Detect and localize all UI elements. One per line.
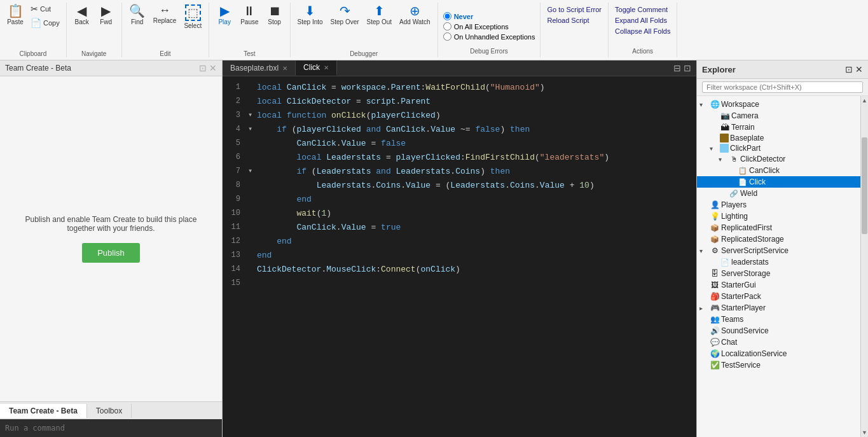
left-panel-close-button[interactable]: ✕ bbox=[209, 63, 217, 73]
starter-player-arrow: ▸ bbox=[699, 305, 708, 312]
unhandled-exceptions-radio[interactable]: On Unhandled Exceptions bbox=[443, 32, 535, 41]
find-icon: 🔍 bbox=[129, 4, 145, 17]
explorer-scrollbar[interactable]: ▲ ▼ bbox=[860, 96, 868, 437]
code-line-13: 13 end bbox=[223, 249, 696, 263]
stop-button[interactable]: ⏹ Stop bbox=[263, 3, 286, 27]
step-into-icon: ⬇ bbox=[305, 4, 315, 17]
starter-gui-icon: 🖼 bbox=[710, 280, 720, 290]
replace-button[interactable]: ↔ Replace bbox=[150, 3, 180, 26]
pause-button[interactable]: ⏸ Pause bbox=[237, 3, 261, 27]
toolbar-edit-group: 🔍 Find ↔ Replace ⬚ Select Edit bbox=[122, 3, 210, 57]
all-exceptions-radio[interactable]: On All Exceptions bbox=[443, 22, 535, 31]
toggle-comment-button[interactable]: Toggle Comment bbox=[614, 5, 672, 14]
toolbar: 📋 Paste ✂ Cut 📄 Copy Clipboard ◀ Back bbox=[0, 0, 868, 60]
tree-item-chat[interactable]: 💬 Chat bbox=[697, 336, 860, 348]
tree-item-lighting[interactable]: 💡 Lighting bbox=[697, 211, 860, 222]
tree-item-weld[interactable]: 🔗 Weld bbox=[697, 188, 860, 199]
cut-button[interactable]: ✂ Cut bbox=[28, 3, 62, 15]
sound-service-icon: 🔊 bbox=[710, 326, 720, 336]
code-line-5: 5 CanClick.Value = false bbox=[223, 137, 696, 151]
tree-item-clickpart[interactable]: ▾ ClickPart bbox=[697, 143, 860, 153]
code-line-15: 15 bbox=[223, 277, 696, 291]
toolbar-actions-group: Toggle Comment Expand All Folds Collapse… bbox=[609, 3, 677, 57]
tree-item-test-service[interactable]: ✅ TestService bbox=[697, 359, 860, 371]
collapse-all-folds-button[interactable]: Collapse All Folds bbox=[614, 27, 672, 36]
code-line-9: 9 end bbox=[223, 193, 696, 207]
scroll-up-button[interactable]: ▲ bbox=[860, 96, 868, 105]
code-line-10: 10 wait(1) bbox=[223, 207, 696, 221]
tree-item-starter-player[interactable]: ▸ 🎮 StarterPlayer bbox=[697, 302, 860, 314]
editor-split-button[interactable]: ⊟ bbox=[673, 63, 681, 73]
tab-baseplate[interactable]: Baseplate.rbxl ✕ bbox=[223, 61, 296, 75]
tree-item-localization-service[interactable]: 🌍 LocalizationService bbox=[697, 348, 860, 359]
terrain-icon: 🏔 bbox=[720, 122, 730, 132]
editor-area: Baseplate.rbxl ✕ Click ✕ ⊟ ⊡ 1 local Can… bbox=[223, 60, 696, 437]
tree-item-server-storage[interactable]: 🗄 ServerStorage bbox=[697, 268, 860, 279]
tree-item-click[interactable]: 📄 Click bbox=[697, 176, 860, 188]
tree-item-starter-gui[interactable]: 🖼 StarterGui bbox=[697, 279, 860, 291]
play-icon: ▶ bbox=[220, 4, 230, 17]
code-line-11: 11 CanClick.Value = true bbox=[223, 221, 696, 235]
chat-icon: 💬 bbox=[710, 337, 720, 347]
clickpart-arrow: ▾ bbox=[710, 145, 719, 152]
command-input[interactable] bbox=[5, 424, 217, 433]
tree-item-leaderstats[interactable]: 📄 leaderstats bbox=[697, 256, 860, 268]
never-radio[interactable]: Never bbox=[443, 12, 535, 20]
tree-item-terrain[interactable]: 🏔 Terrain bbox=[697, 121, 860, 133]
explorer-search-input[interactable] bbox=[702, 81, 863, 93]
scroll-thumb[interactable] bbox=[862, 137, 867, 234]
step-into-button[interactable]: ⬇ Step Into bbox=[294, 3, 326, 27]
tree-item-canclick[interactable]: 📋 CanClick bbox=[697, 165, 860, 176]
tab-click[interactable]: Click ✕ bbox=[296, 60, 337, 76]
tree-item-replicated-first[interactable]: 📦 ReplicatedFirst bbox=[697, 222, 860, 233]
editor-float-button[interactable]: ⊡ bbox=[684, 63, 691, 73]
replace-icon: ↔ bbox=[159, 4, 170, 16]
left-panel-maximize-button[interactable]: ⊡ bbox=[199, 63, 207, 73]
explorer-maximize-button[interactable]: ⊡ bbox=[845, 64, 853, 74]
workspace-arrow: ▾ bbox=[699, 101, 708, 108]
find-button[interactable]: 🔍 Find bbox=[126, 3, 149, 27]
test-service-label: TestService bbox=[721, 361, 858, 370]
lighting-label: Lighting bbox=[721, 212, 858, 221]
expand-all-folds-button[interactable]: Expand All Folds bbox=[614, 16, 672, 25]
tree-item-sound-service[interactable]: 🔊 SoundService bbox=[697, 325, 860, 336]
tab-click-close[interactable]: ✕ bbox=[324, 64, 329, 71]
toolbar-debug-errors-group: Never On All Exceptions On Unhandled Exc… bbox=[438, 3, 541, 57]
code-line-2: 2 local ClickDetector = script.Parent bbox=[223, 95, 696, 109]
step-out-icon: ⬆ bbox=[374, 4, 385, 17]
tab-baseplate-close[interactable]: ✕ bbox=[282, 65, 287, 72]
tree-item-clickdetector[interactable]: ▾ 🖱 ClickDetector bbox=[697, 153, 860, 165]
tree-item-teams[interactable]: 👥 Teams bbox=[697, 314, 860, 325]
clickdetector-icon: 🖱 bbox=[729, 154, 739, 164]
toolbar-script-group: Go to Script Error Reload Script bbox=[541, 3, 609, 57]
reload-script-button[interactable]: Reload Script bbox=[546, 16, 603, 25]
tree-item-server-script-service[interactable]: ▾ ⚙ ServerScriptService bbox=[697, 245, 860, 256]
tree-item-players[interactable]: 👤 Players bbox=[697, 199, 860, 211]
back-button[interactable]: ◀ Back bbox=[71, 3, 93, 27]
tree-item-baseplate[interactable]: Baseplate bbox=[697, 133, 860, 143]
go-to-error-button[interactable]: Go to Script Error bbox=[546, 5, 603, 14]
tree-item-starter-pack[interactable]: 🎒 StarterPack bbox=[697, 291, 860, 302]
tab-team-create[interactable]: Team Create - Beta bbox=[0, 404, 87, 418]
code-line-8: 8 Leaderstats.Coins.Value = (Leaderstats… bbox=[223, 179, 696, 193]
publish-button[interactable]: Publish bbox=[82, 243, 140, 263]
add-watch-icon: ⊕ bbox=[410, 4, 420, 17]
tab-toolbox[interactable]: Toolbox bbox=[87, 404, 132, 418]
explorer-close-button[interactable]: ✕ bbox=[855, 64, 863, 74]
tree-item-workspace[interactable]: ▾ 🌐 Workspace bbox=[697, 99, 860, 110]
code-editor[interactable]: 1 local CanClick = workspace.Parent:Wait… bbox=[223, 76, 696, 437]
play-button[interactable]: ▶ Play bbox=[213, 3, 236, 27]
select-button[interactable]: ⬚ Select bbox=[181, 3, 205, 31]
stop-icon: ⏹ bbox=[268, 4, 281, 17]
tree-item-camera[interactable]: 📷 Camera bbox=[697, 110, 860, 121]
scroll-down-button[interactable]: ▼ bbox=[860, 428, 868, 437]
add-watch-button[interactable]: ⊕ Add Watch bbox=[396, 3, 434, 27]
tree-item-replicated-storage[interactable]: 📦 ReplicatedStorage bbox=[697, 233, 860, 245]
copy-button[interactable]: 📄 Copy bbox=[28, 17, 62, 29]
step-over-button[interactable]: ↷ Step Over bbox=[327, 3, 362, 27]
canclick-label: CanClick bbox=[749, 166, 858, 175]
code-line-3: 3 ▾ local function onClick(playerClicked… bbox=[223, 109, 696, 123]
step-out-button[interactable]: ⬆ Step Out bbox=[364, 3, 395, 27]
fwd-button[interactable]: ▶ Fwd bbox=[95, 3, 118, 27]
paste-button[interactable]: 📋 Paste bbox=[4, 3, 27, 27]
